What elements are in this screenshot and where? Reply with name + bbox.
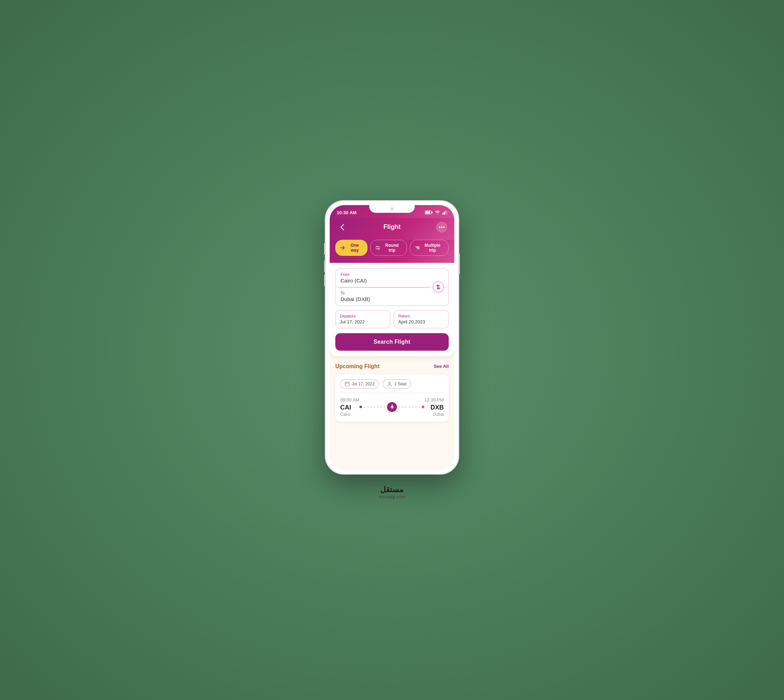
upcoming-title: Upcoming Flight	[335, 363, 379, 370]
phone-wrapper: 10:30 AM	[325, 201, 459, 500]
tab-round-trip[interactable]: Round trip	[370, 240, 407, 256]
flight-seats: 1 Seat	[394, 382, 406, 387]
arrival-time: 12:30 PM	[424, 397, 444, 402]
wifi-icon	[435, 210, 440, 215]
search-card: From Cairo (CAI) To Dubai (DX	[330, 263, 454, 356]
watermark: مستقل mostaql.com	[379, 485, 405, 500]
signal-icon	[442, 210, 447, 215]
svg-rect-2	[432, 212, 433, 213]
from-city: Cairo	[340, 412, 359, 417]
watermark-arabic: مستقل	[379, 485, 405, 494]
return-value: April 20,2023	[398, 319, 444, 325]
divider	[340, 393, 444, 393]
svg-point-7	[439, 227, 440, 228]
arrival-block: 12:30 PM DXB Dubai	[424, 397, 444, 417]
header-title: Flight	[384, 223, 401, 231]
departure-label: Depature	[340, 314, 386, 318]
arrow-right-icon	[340, 246, 345, 250]
header: Flight	[330, 218, 454, 240]
plane-icon-circle	[387, 402, 397, 412]
svg-rect-6	[447, 210, 447, 215]
flight-times: 09:00 AM CAI Cairo	[340, 397, 444, 417]
person-icon	[387, 382, 392, 387]
swap-button[interactable]	[433, 282, 444, 293]
swap-icon	[375, 246, 380, 250]
separator-line	[340, 287, 429, 288]
calendar-icon	[345, 382, 350, 387]
date-badge: Jul 17, 2022	[340, 379, 379, 388]
flight-card: Jul 17, 2022 1 Seat	[335, 375, 449, 422]
tab-multiple-trip[interactable]: Multiple trip	[410, 240, 449, 256]
to-label: To	[340, 291, 444, 295]
departure-block: 09:00 AM CAI Cairo	[340, 397, 359, 417]
route-dash-left	[363, 407, 386, 407]
swap-vertical-icon	[436, 285, 440, 290]
return-field[interactable]: Return April 20,2023	[394, 310, 449, 328]
flight-card-header: Jul 17, 2022 1 Seat	[340, 379, 444, 388]
notch	[369, 205, 415, 213]
tab-one-way[interactable]: One way	[335, 240, 367, 256]
svg-point-11	[389, 382, 390, 383]
from-code: CAI	[340, 404, 359, 411]
departure-time: 09:00 AM	[340, 397, 359, 402]
tab-round-trip-label: Round trip	[382, 243, 402, 253]
status-time: 10:30 AM	[337, 210, 357, 215]
flight-date: Jul 17, 2022	[352, 382, 375, 387]
svg-rect-10	[345, 382, 349, 386]
more-button[interactable]	[436, 222, 447, 233]
see-all-button[interactable]: See All	[434, 363, 449, 369]
svg-point-8	[441, 227, 442, 228]
return-label: Return	[398, 314, 444, 318]
upcoming-section: Upcoming Flight See All Jul 17	[330, 356, 454, 425]
to-city: Dubai	[424, 412, 444, 417]
to-code: DXB	[424, 404, 444, 411]
dates-row: Depature Jul 17, 2022 Return April 20,20…	[335, 310, 449, 328]
search-flight-button[interactable]: Search Flight	[335, 333, 449, 351]
back-button[interactable]	[337, 222, 348, 233]
from-field[interactable]: From Cairo (CAI)	[335, 268, 449, 287]
route-dash-right	[398, 407, 421, 407]
svg-rect-4	[444, 212, 445, 215]
notch-camera	[390, 207, 394, 211]
phone-frame: 10:30 AM	[325, 201, 459, 474]
svg-rect-5	[445, 211, 446, 215]
from-to-wrapper: From Cairo (CAI) To Dubai (DX	[335, 268, 449, 306]
route-dot-end	[422, 406, 424, 408]
svg-rect-3	[442, 213, 444, 215]
to-field[interactable]: To Dubai (DXB)	[335, 287, 449, 306]
departure-field[interactable]: Depature Jul 17, 2022	[335, 310, 390, 328]
departure-value: Jul 17, 2022	[340, 319, 386, 325]
flight-route	[359, 402, 424, 412]
upcoming-header: Upcoming Flight See All	[335, 363, 449, 370]
battery-icon	[425, 210, 433, 215]
route-dot-start	[359, 406, 362, 408]
to-value: Dubai (DXB)	[340, 296, 444, 302]
seats-badge: 1 Seat	[382, 379, 411, 388]
main-content: From Cairo (CAI) To Dubai (DX	[330, 263, 454, 470]
from-value: Cairo (CAI)	[340, 278, 444, 283]
status-icons	[425, 210, 447, 215]
tab-multiple-trip-label: Multiple trip	[422, 243, 444, 253]
watermark-url: mostaql.com	[379, 494, 405, 500]
svg-rect-1	[425, 212, 430, 214]
from-label: From	[340, 272, 444, 277]
svg-point-9	[443, 227, 444, 228]
multiple-icon	[415, 246, 420, 250]
tab-one-way-label: One way	[347, 243, 363, 253]
plane-icon	[389, 404, 395, 410]
trip-tabs: One way Round trip Multiple trip	[330, 240, 454, 263]
phone-screen: 10:30 AM	[330, 205, 454, 470]
